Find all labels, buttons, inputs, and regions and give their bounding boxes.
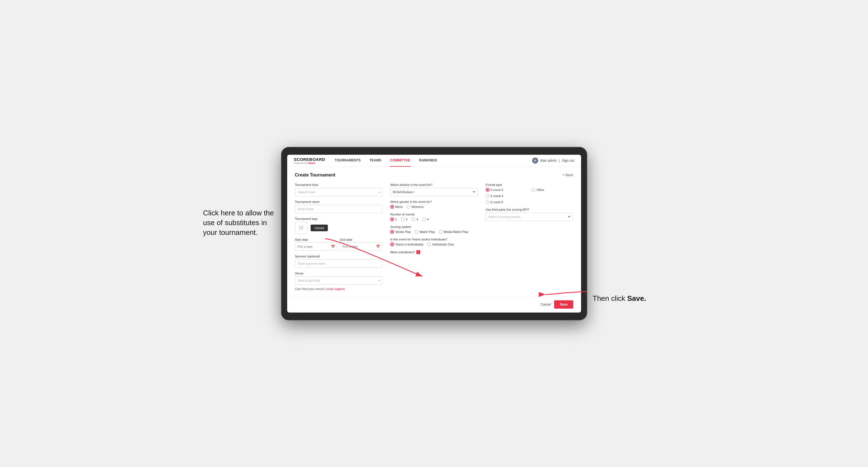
tournament-host-label: Tournament Host [295, 183, 383, 186]
scoring-match-radio[interactable] [415, 230, 418, 234]
team-individual-field: Is this event for Teams and/or Individua… [390, 238, 478, 246]
venue-input[interactable] [295, 276, 383, 285]
format-6count5[interactable]: 6 count 5 [486, 200, 573, 204]
format-5count4-radio[interactable] [486, 188, 490, 192]
upload-button[interactable]: Upload [311, 225, 328, 231]
left-column: Tournament Host ▾ Tournament name Tourna [295, 183, 383, 290]
sponsor-label: Sponsor (optional) [295, 255, 383, 258]
allow-substitutes-checkbox[interactable]: ✓ [416, 250, 420, 254]
middle-column: Which division is the event for? NCAA Di… [390, 183, 478, 290]
rounds-3-radio[interactable] [411, 217, 415, 221]
nav-tournaments[interactable]: TOURNAMENTS [334, 155, 361, 167]
page-title: Create Tournament [295, 173, 336, 178]
tournament-host-field: Tournament Host ▾ [295, 183, 383, 196]
rounds-2-radio[interactable] [401, 217, 405, 221]
rounds-3[interactable]: 3 [411, 217, 418, 221]
format-6count4[interactable]: 6 count 4 [486, 194, 573, 198]
nav-bar: SCOREBOARD Powered by clippd TOURNAMENTS… [287, 155, 581, 167]
avatar: B [532, 158, 538, 164]
main-content: Create Tournament < Back Tournament Host… [287, 167, 581, 296]
scoring-stroke[interactable]: Stroke Play [390, 230, 411, 234]
division-field: Which division is the event for? NCAA Di… [390, 183, 478, 196]
teams-radio[interactable] [390, 242, 394, 246]
scoring-match[interactable]: Match Play [415, 230, 435, 234]
rounds-2[interactable]: 2 [401, 217, 407, 221]
scoring-system-field: Scoring system Stroke Play Match Play [390, 225, 478, 234]
individuals-radio[interactable] [427, 242, 431, 246]
format-options: 5 count 4 Other [486, 188, 573, 204]
nav-teams[interactable]: TEAMS [369, 155, 382, 167]
start-date-label: Start date [295, 238, 337, 241]
tablet-screen: SCOREBOARD Powered by clippd TOURNAMENTS… [287, 155, 581, 313]
nav-right: B blair admin | Sign out [532, 158, 575, 164]
individuals-only[interactable]: Individuals Only [427, 242, 454, 246]
tournament-name-field: Tournament name [295, 200, 383, 213]
user-label: blair admin [540, 159, 557, 162]
annotation-left: Click here to allow the use of substitut… [203, 208, 276, 238]
rounds-1[interactable]: 1 [390, 217, 397, 221]
cancel-button[interactable]: Cancel [540, 303, 551, 306]
tournament-name-label: Tournament name [295, 200, 383, 204]
allow-substitutes-label: Allow substitutes? [390, 250, 415, 254]
tournament-host-input[interactable] [295, 188, 383, 196]
nav-committee[interactable]: COMMITTEE [390, 155, 411, 167]
rounds-label: Number of rounds [390, 213, 478, 216]
team-individual-label: Is this event for Teams and/or Individua… [390, 238, 478, 241]
sign-out-link[interactable]: Sign out [562, 159, 574, 162]
format-type-label: Format type [486, 183, 573, 186]
venue-label: Venue [295, 272, 383, 275]
start-date-calendar-icon: 📅 [331, 245, 335, 249]
logo-powered: Powered by clippd [294, 162, 325, 164]
start-date-field: Start date 📅 [295, 238, 337, 251]
tournament-logo-field: Tournament logo 🖼 Upload [295, 217, 383, 234]
sponsor-input[interactable] [295, 259, 383, 268]
page-header: Create Tournament < Back [295, 173, 573, 178]
rounds-1-radio[interactable] [390, 217, 394, 221]
form-grid: Tournament Host ▾ Tournament name Tourna [295, 183, 573, 290]
division-select[interactable]: NCAA Division I [390, 188, 478, 196]
scoring-api-select[interactable]: Select a scoring service [486, 213, 573, 221]
allow-substitutes-wrap: Allow substitutes? ✓ [390, 250, 478, 254]
sponsor-field: Sponsor (optional) [295, 255, 383, 268]
host-dropdown-icon: ▾ [379, 190, 380, 193]
format-type-field: Format type 5 count 4 Other [486, 183, 573, 204]
gender-womens-radio[interactable] [407, 205, 410, 209]
scoring-system-label: Scoring system [390, 225, 478, 228]
scoring-api-label: Use third-party live scoring API? [486, 208, 573, 211]
rounds-4[interactable]: 4 [422, 217, 429, 221]
end-date-calendar-icon: 📅 [376, 245, 380, 249]
rounds-radio-group: 1 2 3 [390, 217, 478, 221]
back-link[interactable]: < Back [563, 173, 573, 177]
format-other-radio[interactable] [531, 188, 535, 192]
email-support-link[interactable]: email support [326, 287, 344, 290]
format-6count5-radio[interactable] [486, 200, 490, 204]
save-button[interactable]: Save [554, 300, 573, 309]
nav-separator: | [559, 159, 560, 162]
rounds-4-radio[interactable] [422, 217, 426, 221]
date-row: Start date 📅 End date 📅 [295, 238, 383, 251]
gender-mens-radio[interactable] [390, 205, 394, 209]
end-date-field: End date 📅 [340, 238, 382, 251]
tournament-name-input[interactable] [295, 205, 383, 213]
form-footer: Cancel Save [287, 296, 581, 313]
nav-items: TOURNAMENTS TEAMS COMMITTEE RANKINGS [334, 155, 532, 167]
venue-cant-find: Can't find your venue? email support [295, 287, 383, 290]
gender-mens[interactable]: Mens [390, 205, 403, 209]
rounds-field: Number of rounds 1 2 [390, 213, 478, 221]
format-other[interactable]: Other [531, 188, 573, 192]
scoring-stroke-radio[interactable] [390, 230, 394, 234]
nav-rankings[interactable]: RANKINGS [418, 155, 437, 167]
format-5count4[interactable]: 5 count 4 [486, 188, 527, 192]
gender-womens[interactable]: Womens [407, 205, 424, 209]
end-date-label: End date [340, 238, 382, 241]
logo-scoreboard: SCOREBOARD [294, 157, 325, 162]
logo-upload-area: 🖼 Upload [295, 222, 383, 234]
gender-label: Which gender is the event for? [390, 200, 478, 204]
scoring-radio-group: Stroke Play Match Play Medal Match Play [390, 230, 478, 234]
gender-radio-group: Mens Womens [390, 205, 478, 209]
format-6count4-radio[interactable] [486, 194, 490, 198]
scoring-medal-match[interactable]: Medal Match Play [439, 230, 468, 234]
scoring-medal-match-radio[interactable] [439, 230, 443, 234]
teams-plus-individuals[interactable]: Teams (+Individuals) [390, 242, 423, 246]
gender-field: Which gender is the event for? Mens Wome… [390, 200, 478, 209]
